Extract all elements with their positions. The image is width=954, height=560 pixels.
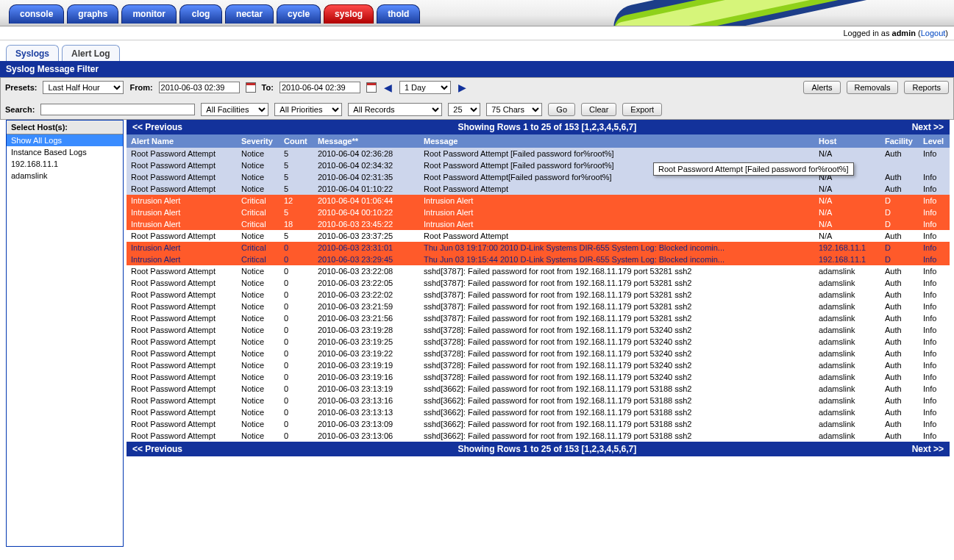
cell-ts: 2010-06-03 23:37:25 [313,230,419,242]
table-row[interactable]: Root Password AttemptNotice02010-06-03 2… [127,336,950,348]
table-row[interactable]: Intrusion AlertCritical182010-06-03 23:4… [127,218,950,230]
table-row[interactable]: Intrusion AlertCritical02010-06-03 23:29… [127,254,950,265]
table-row[interactable]: Root Password AttemptNotice52010-06-04 0… [127,183,950,195]
nav-tab-syslog[interactable]: syslog [324,4,374,24]
cell-count: 0 [280,383,313,395]
to-input[interactable] [280,82,360,93]
cell-sev: Notice [237,336,280,348]
pager-prev-bottom[interactable]: << Previous [132,444,182,454]
cell-alert: Root Password Attempt [127,418,237,430]
pager-next[interactable]: Next >> [912,122,944,132]
cell-lvl: Info [919,230,950,242]
cell-fac: Auth [880,148,919,159]
from-input[interactable] [159,82,240,93]
table-row[interactable]: Root Password AttemptNotice02010-06-03 2… [127,289,950,301]
col-header[interactable]: Facility [880,134,919,148]
range-next-icon[interactable]: ▶ [457,82,468,93]
table-row[interactable]: Root Password AttemptNotice02010-06-03 2… [127,277,950,289]
range-select[interactable]: 1 Day [399,81,451,94]
col-header[interactable]: Count [280,134,313,148]
cell-host: adamslink [814,383,880,395]
cell-alert: Intrusion Alert [127,242,237,254]
table-row[interactable]: Root Password AttemptNotice02010-06-03 2… [127,406,950,418]
facilities-select[interactable]: All Facilities [201,103,268,116]
cell-sev: Notice [237,230,280,242]
range-prev-icon[interactable]: ◀ [382,82,394,93]
sub-tab-alert-log[interactable]: Alert Log [62,45,120,61]
cell-count: 0 [280,348,313,359]
table-row[interactable]: Root Password AttemptNotice02010-06-03 2… [127,348,950,359]
pager-summary: Showing Rows 1 to 25 of 153 [1,2,3,4,5,6… [458,122,636,132]
cell-msg: sshd[3662]: Failed password for root fro… [419,406,814,418]
table-row[interactable]: Root Password AttemptNotice02010-06-03 2… [127,395,950,406]
table-row[interactable]: Intrusion AlertCritical52010-06-04 00:10… [127,207,950,218]
search-input[interactable] [40,104,195,115]
table-row[interactable]: Root Password AttemptNotice02010-06-03 2… [127,324,950,336]
col-header[interactable]: Severity [237,134,280,148]
cell-count: 0 [280,406,313,418]
table-row[interactable]: Root Password AttemptNotice02010-06-03 2… [127,301,950,312]
table-row[interactable]: Intrusion AlertCritical122010-06-04 01:0… [127,195,950,207]
removals-button[interactable]: Removals [847,81,899,94]
col-header[interactable]: Host [814,134,880,148]
table-row[interactable]: Root Password AttemptNotice02010-06-03 2… [127,312,950,324]
col-header[interactable]: Message** [313,134,419,148]
cell-ts: 2010-06-04 02:31:35 [313,171,419,183]
table-row[interactable]: Root Password AttemptNotice02010-06-03 2… [127,383,950,395]
host-item[interactable]: Show All Logs [7,134,123,146]
col-header[interactable]: Message [419,134,814,148]
table-row[interactable]: Root Password AttemptNotice02010-06-03 2… [127,359,950,371]
cell-msg: sshd[3728]: Failed password for root fro… [419,348,814,359]
cell-msg: sshd[3662]: Failed password for root fro… [419,430,814,442]
cell-alert: Root Password Attempt [127,406,237,418]
table-row[interactable]: Root Password AttemptNotice02010-06-03 2… [127,265,950,277]
host-list[interactable]: Show All LogsInstance Based Logs192.168.… [7,134,123,546]
nav-tab-thold[interactable]: thold [377,4,420,24]
export-button[interactable]: Export [622,103,662,116]
table-row[interactable]: Root Password AttemptNotice52010-06-03 2… [127,230,950,242]
priorities-select[interactable]: All Priorities [274,103,342,116]
table-row[interactable]: Root Password AttemptNotice02010-06-03 2… [127,430,950,442]
from-calendar-icon[interactable] [246,82,256,93]
nav-tab-graphs[interactable]: graphs [67,4,118,24]
grid-panel: << Previous Showing Rows 1 to 25 of 153 … [127,120,950,545]
reports-button[interactable]: Reports [904,81,949,94]
to-calendar-icon[interactable] [366,82,377,93]
pager-prev[interactable]: << Previous [132,122,182,132]
chars-select[interactable]: 75 Chars [486,103,542,116]
nav-tab-nectar[interactable]: nectar [225,4,274,24]
cell-ts: 2010-06-03 23:13:06 [313,430,419,442]
logout-link[interactable]: Logout [921,29,946,37]
cell-fac: Auth [880,171,919,183]
alerts-button[interactable]: Alerts [803,81,840,94]
col-header[interactable]: Level [919,134,950,148]
cell-lvl: Info [919,242,950,254]
cell-lvl [919,159,950,171]
table-row[interactable]: Root Password AttemptNotice02010-06-03 2… [127,371,950,383]
col-header[interactable]: Alert Name [127,134,237,148]
host-item[interactable]: Instance Based Logs [7,146,123,158]
table-row[interactable]: Intrusion AlertCritical02010-06-03 23:31… [127,242,950,254]
nav-tab-cycle[interactable]: cycle [277,4,321,24]
sub-tab-syslogs[interactable]: Syslogs [6,45,59,61]
login-prefix: Logged in as [843,29,891,37]
cell-host: adamslink [814,348,880,359]
records-select[interactable]: All Records [348,103,442,116]
cell-sev: Notice [237,312,280,324]
go-button[interactable]: Go [548,103,575,116]
pagesize-select[interactable]: 25 [448,103,480,116]
presets-select[interactable]: Last Half Hour [43,81,124,94]
host-item[interactable]: adamslink [7,170,123,182]
pager-next-bottom[interactable]: Next >> [912,444,944,454]
cell-count: 5 [280,148,313,159]
cell-sev: Notice [237,159,280,171]
cell-host: adamslink [814,312,880,324]
host-item[interactable]: 192.168.11.1 [7,158,123,170]
table-row[interactable]: Root Password AttemptNotice02010-06-03 2… [127,418,950,430]
login-user: admin [892,29,916,37]
nav-tab-clog[interactable]: clog [179,4,222,24]
nav-tab-console[interactable]: console [9,4,64,24]
clear-button[interactable]: Clear [581,103,616,116]
nav-tab-monitor[interactable]: monitor [121,4,177,24]
table-row[interactable]: Root Password AttemptNotice52010-06-04 0… [127,148,950,159]
